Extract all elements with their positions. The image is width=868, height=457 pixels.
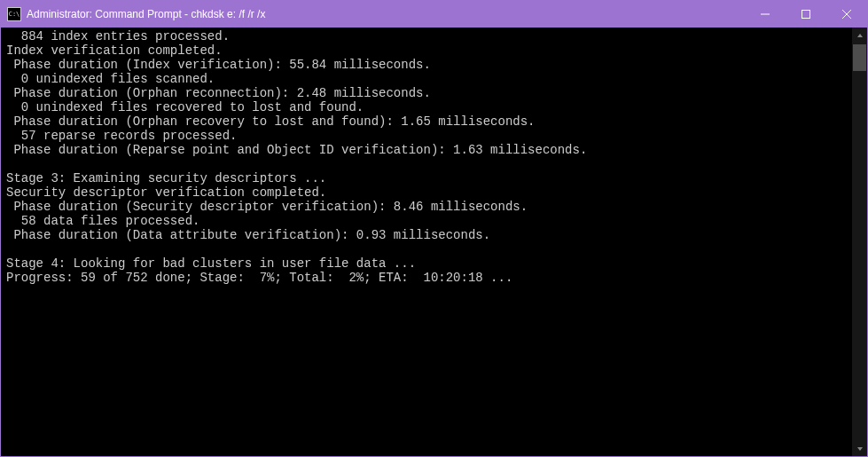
- terminal-line: Stage 3: Examining security descriptors …: [6, 171, 847, 185]
- terminal-line: 0 unindexed files recovered to lost and …: [6, 100, 847, 114]
- terminal-line: 0 unindexed files scanned.: [6, 72, 847, 86]
- terminal-line: Progress: 59 of 752 done; Stage: 7%; Tot…: [6, 271, 847, 285]
- chevron-down-icon: [856, 445, 864, 453]
- terminal-line: Phase duration (Orphan reconnection): 2.…: [6, 86, 847, 100]
- scroll-track[interactable]: [852, 43, 867, 441]
- terminal-line: Phase duration (Data attribute verificat…: [6, 228, 847, 242]
- cmd-icon: C:\: [7, 7, 21, 21]
- svg-rect-1: [802, 11, 810, 19]
- close-button[interactable]: [826, 1, 867, 28]
- scroll-up-button[interactable]: [852, 28, 867, 43]
- terminal-line: Phase duration (Orphan recovery to lost …: [6, 114, 847, 129]
- content-area: 884 index entries processed.Index verifi…: [1, 28, 867, 456]
- titlebar[interactable]: C:\ Administrator: Command Prompt - chkd…: [1, 1, 867, 28]
- terminal-line: Phase duration (Security descriptor veri…: [6, 200, 847, 214]
- svg-marker-4: [857, 34, 863, 37]
- terminal-line: 57 reparse records processed.: [6, 129, 847, 143]
- close-icon: [842, 10, 851, 19]
- vertical-scrollbar[interactable]: [852, 28, 867, 456]
- command-prompt-window: C:\ Administrator: Command Prompt - chkd…: [0, 0, 868, 457]
- terminal-output[interactable]: 884 index entries processed.Index verifi…: [1, 28, 852, 456]
- terminal-line: Stage 4: Looking for bad clusters in use…: [6, 256, 847, 271]
- terminal-line: Phase duration (Index verification): 55.…: [6, 58, 847, 72]
- scroll-thumb[interactable]: [853, 44, 866, 71]
- maximize-button[interactable]: [786, 1, 826, 28]
- minimize-icon: [761, 10, 770, 19]
- terminal-line: [6, 242, 847, 256]
- terminal-line: Security descriptor verification complet…: [6, 185, 847, 200]
- svg-marker-5: [857, 447, 863, 451]
- terminal-line: Phase duration (Reparse point and Object…: [6, 143, 847, 157]
- terminal-line: [6, 157, 847, 171]
- terminal-line: 884 index entries processed.: [6, 29, 847, 43]
- maximize-icon: [802, 10, 810, 19]
- minimize-button[interactable]: [745, 1, 786, 28]
- chevron-up-icon: [856, 32, 864, 39]
- terminal-line: Index verification completed.: [6, 43, 847, 58]
- terminal-line: 58 data files processed.: [6, 214, 847, 228]
- cmd-icon-text: C:\: [9, 12, 20, 18]
- window-controls: [745, 1, 867, 28]
- window-title: Administrator: Command Prompt - chkdsk e…: [27, 8, 745, 20]
- scroll-down-button[interactable]: [852, 441, 867, 456]
